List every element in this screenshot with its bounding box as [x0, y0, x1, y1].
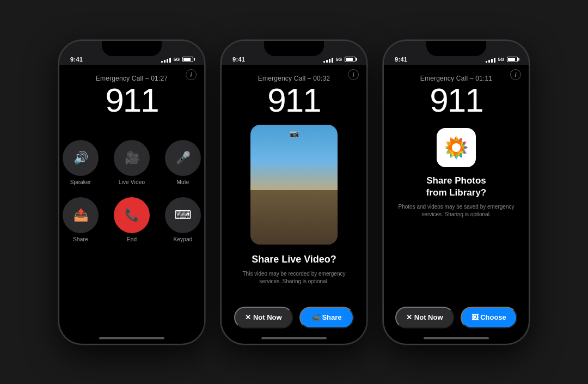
call-number-3: 911: [430, 83, 482, 117]
status-time-3: 9:41: [395, 56, 407, 63]
phone-notch-1: [102, 41, 162, 56]
status-icons-3: 5G: [486, 57, 518, 63]
battery-icon-2: [345, 57, 356, 62]
choose-action-button-3[interactable]: 🖼 Choose: [461, 307, 517, 328]
share-label: Share: [73, 236, 88, 242]
not-now-button-2[interactable]: ✕ Not Now: [234, 307, 292, 328]
signal-icon-2: [323, 57, 333, 63]
5g-badge-3: 5G: [498, 57, 504, 62]
home-indicator-3: [424, 337, 489, 339]
info-button-3[interactable]: i: [510, 69, 521, 80]
phone-2: 9:41 5G i Emergency Call – 00:32 911: [220, 40, 367, 345]
battery-icon-3: [507, 57, 518, 62]
call-number-1: 911: [105, 83, 158, 117]
phone-1: 9:41 5G i Emergency Call – 01:27 911: [58, 40, 205, 345]
end-label: End: [127, 236, 137, 242]
home-indicator-2: [261, 337, 327, 339]
share-buttons-3: ✕ Not Now 🖼 Choose: [395, 307, 517, 328]
live-video-label: Live Video: [119, 179, 145, 185]
share-live-video-question: Share Live Video?: [252, 253, 336, 266]
share-photos-desc: Photos and videos may be saved by emerge…: [384, 203, 529, 218]
share-button[interactable]: 📤 Share: [61, 197, 100, 242]
photos-app-icon: [437, 128, 476, 167]
video-preview-inner: 📷: [250, 125, 338, 245]
status-icons-2: 5G: [323, 57, 356, 63]
signal-icon-1: [161, 57, 171, 63]
status-icons-1: 5G: [161, 57, 193, 63]
phone-3: 9:41 5G i Emergency Call – 01:11 911: [383, 40, 530, 345]
end-icon: 📞: [114, 197, 150, 233]
not-now-button-3[interactable]: ✕ Not Now: [395, 307, 454, 328]
svg-point-0: [452, 143, 461, 152]
speaker-icon: 🔊: [63, 140, 99, 176]
share-buttons-2: ✕ Not Now 📹 Share: [234, 307, 353, 328]
camera-icon: 📷: [290, 129, 299, 138]
mute-label: Mute: [176, 179, 189, 185]
live-video-button[interactable]: 🎥 Live Video: [112, 140, 151, 185]
info-button-2[interactable]: i: [348, 69, 359, 80]
call-number-2: 911: [267, 83, 320, 117]
5g-badge-2: 5G: [336, 57, 342, 62]
speaker-button[interactable]: 🔊 Speaker: [61, 140, 100, 185]
live-video-icon: 🎥: [114, 140, 150, 176]
share-icon: 📤: [63, 197, 99, 233]
phone-screen-1: i Emergency Call – 01:27 911 🔊 Speaker 🎥…: [59, 65, 204, 344]
video-preview: 📷: [250, 125, 338, 245]
info-button-1[interactable]: i: [186, 69, 197, 80]
home-indicator-1: [99, 337, 164, 339]
phone-notch-3: [426, 41, 486, 56]
end-button[interactable]: 📞 End: [112, 197, 151, 242]
phone-screen-3: i Emergency Call – 01:11 911: [384, 65, 529, 344]
share-photos-question: Share Photos from Library?: [426, 175, 487, 199]
keypad-button[interactable]: ⌨ Keypad: [163, 197, 203, 242]
share-action-button-2[interactable]: 📹 Share: [299, 307, 354, 328]
share-live-video-desc: This video may be recorded by emergency …: [222, 270, 366, 285]
call-buttons-grid: 🔊 Speaker 🎥 Live Video 🎤 Mute 📤 Share 📞: [61, 140, 203, 242]
mute-icon: 🎤: [165, 140, 201, 176]
battery-icon-1: [182, 57, 193, 62]
video-road: [250, 190, 338, 245]
speaker-label: Speaker: [70, 179, 91, 185]
mute-button[interactable]: 🎤 Mute: [163, 140, 203, 185]
status-time-1: 9:41: [70, 56, 83, 63]
keypad-icon: ⌨: [165, 197, 201, 233]
keypad-label: Keypad: [173, 236, 192, 242]
signal-icon-3: [486, 57, 495, 63]
phone-notch-2: [264, 41, 324, 56]
status-time-2: 9:41: [232, 56, 245, 63]
5g-badge-1: 5G: [174, 57, 180, 62]
phones-container: 9:41 5G i Emergency Call – 01:27 911: [47, 29, 541, 356]
phone-screen-2: i Emergency Call – 00:32 911 📷 Share Liv…: [222, 65, 366, 344]
